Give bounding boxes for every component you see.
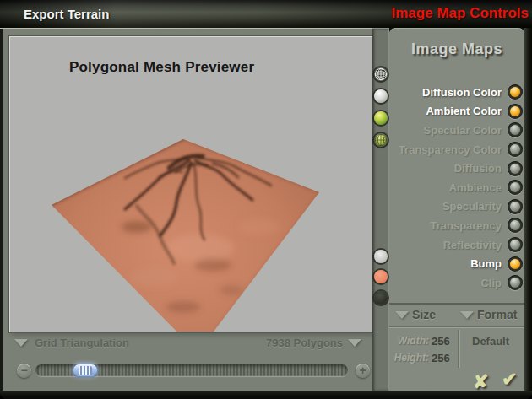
map-row-specular-color[interactable]: Specular Color xyxy=(389,121,524,140)
height-label: Height: xyxy=(394,352,429,364)
title-bar: Export Terrain Image Map Controls xyxy=(0,0,532,28)
radio-button[interactable] xyxy=(508,180,523,195)
map-row-ambience[interactable]: Ambience xyxy=(389,178,524,197)
radio-button[interactable] xyxy=(508,122,523,137)
map-label: Specularity xyxy=(442,200,502,213)
map-label: Clip xyxy=(480,277,502,289)
radio-button[interactable] xyxy=(508,84,523,100)
smooth-sphere-icon[interactable] xyxy=(374,89,388,103)
light-color-swatch[interactable] xyxy=(374,250,388,263)
format-value: Default xyxy=(472,335,509,348)
shaded-sphere-icon[interactable] xyxy=(374,111,388,125)
map-row-transparency-color[interactable]: Transparency Color xyxy=(389,140,524,159)
map-row-diffusion[interactable]: Diffusion xyxy=(389,159,524,178)
width-label: Width: xyxy=(398,335,429,347)
zoom-slider-thumb[interactable] xyxy=(73,364,98,377)
polygon-count-dropdown[interactable]: 7938 Polygons xyxy=(266,337,343,349)
radio-button[interactable] xyxy=(508,256,523,272)
map-label: Transparency Color xyxy=(399,143,502,156)
radio-button[interactable] xyxy=(508,237,523,252)
image-maps-sidebar: Image Maps Diffusion Color Ambient Color… xyxy=(389,28,524,391)
textured-sphere-icon[interactable] xyxy=(374,133,388,147)
size-dropdown-icon[interactable] xyxy=(395,311,409,319)
terrain-mesh-render xyxy=(10,37,372,332)
map-row-specularity[interactable]: Specularity xyxy=(389,197,524,217)
radio-button[interactable] xyxy=(508,199,523,214)
export-terrain-dialog: Export Terrain Image Map Controls xyxy=(0,0,532,399)
confirm-button[interactable]: ✔ xyxy=(502,370,517,389)
map-label: Ambient Color xyxy=(426,105,502,117)
width-value[interactable]: 256 xyxy=(432,335,450,348)
map-label: Diffusion Color xyxy=(422,86,502,99)
divider xyxy=(458,330,459,368)
preview-area: Polygonal Mesh Previewer Grid Triangulat… xyxy=(0,28,372,391)
radio-button[interactable] xyxy=(508,218,523,233)
radio-button[interactable] xyxy=(508,104,523,119)
slider-plus-button[interactable]: + xyxy=(356,364,370,378)
map-row-clip[interactable]: Clip xyxy=(389,273,524,293)
image-maps-header: Image Maps xyxy=(389,40,524,58)
image-map-list: Diffusion Color Ambient Color Specular C… xyxy=(389,83,524,293)
map-row-reflectivity[interactable]: Reflectivity xyxy=(389,235,524,255)
map-row-bump[interactable]: Bump xyxy=(389,254,524,273)
format-dropdown-icon[interactable] xyxy=(460,311,474,319)
mesh-previewer-heading: Polygonal Mesh Previewer xyxy=(69,59,254,76)
mesh-preview-panel: Polygonal Mesh Previewer xyxy=(9,36,372,332)
radio-button[interactable] xyxy=(508,275,523,290)
terrain-color-swatch[interactable] xyxy=(374,270,388,283)
dark-color-swatch[interactable] xyxy=(374,291,388,305)
slider-minus-button[interactable]: − xyxy=(17,364,31,378)
resolution-slider-row: − + xyxy=(0,362,370,380)
map-label: Specular Color xyxy=(424,124,502,137)
map-row-ambient-color[interactable]: Ambient Color xyxy=(389,102,524,121)
tool-groove xyxy=(372,28,389,391)
map-row-diffusion-color[interactable]: Diffusion Color xyxy=(389,83,524,102)
divider xyxy=(389,326,524,327)
wireframe-sphere-icon[interactable] xyxy=(374,67,388,81)
resolution-slider-track[interactable] xyxy=(35,364,348,376)
map-label: Ambience xyxy=(449,181,502,194)
format-dropdown[interactable]: Format xyxy=(477,308,517,321)
preview-footer: Grid Triangulation 7938 Polygons xyxy=(0,336,370,351)
divider xyxy=(389,303,524,305)
height-value[interactable]: 256 xyxy=(432,352,450,364)
size-dropdown[interactable]: Size xyxy=(412,308,436,321)
map-label: Transparency xyxy=(430,219,502,232)
grid-triangulation-dropdown-icon[interactable] xyxy=(14,339,28,347)
map-label: Reflectivity xyxy=(443,239,502,251)
polygon-count-dropdown-icon[interactable] xyxy=(348,339,361,347)
image-map-controls-title: Image Map Controls xyxy=(392,5,529,22)
window-frame-bottom xyxy=(0,391,532,399)
radio-button[interactable] xyxy=(508,161,523,176)
map-label: Bump xyxy=(470,257,502,270)
map-row-transparency[interactable]: Transparency xyxy=(389,216,524,235)
radio-button[interactable] xyxy=(508,142,523,157)
window-title: Export Terrain xyxy=(24,7,109,21)
cancel-button[interactable]: ✘ xyxy=(473,373,488,391)
map-label: Diffusion xyxy=(454,162,502,175)
window-frame-right xyxy=(524,28,532,391)
grid-triangulation-dropdown[interactable]: Grid Triangulation xyxy=(35,337,129,349)
